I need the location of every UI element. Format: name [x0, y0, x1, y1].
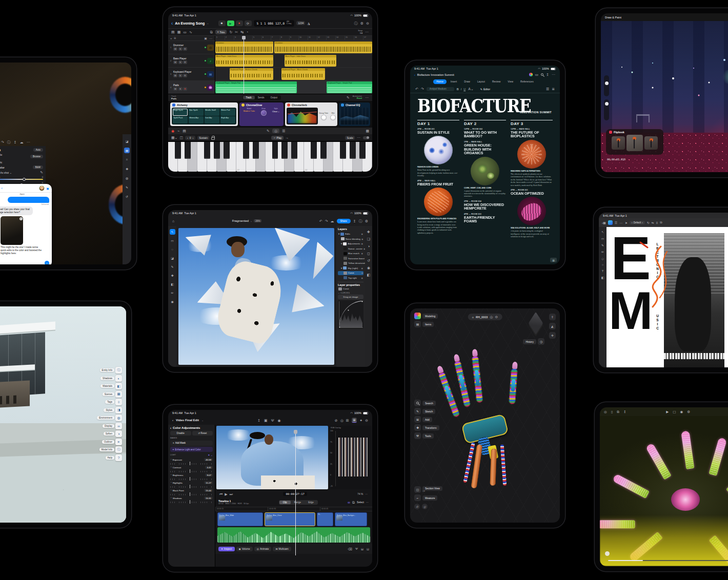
minimize-icon[interactable]: ⊖ — [366, 22, 369, 25]
photo-attachment[interactable] — [1, 216, 23, 245]
orient-icon[interactable]: ⇧ — [549, 314, 556, 320]
duplicate-icon[interactable]: ⧉ — [210, 30, 213, 34]
project-title[interactable]: Video Final Edit — [176, 419, 199, 422]
layer-row[interactable]: Noise blending◉ — [338, 237, 363, 241]
back-button[interactable]: ‹ — [171, 20, 173, 26]
isolate-toggle-icon[interactable]: ◎ — [422, 504, 428, 509]
inspector-button[interactable]: Materials ◧ — [100, 383, 122, 389]
count-in-button[interactable]: 1234 — [296, 21, 305, 25]
stop-button[interactable]: ■ — [218, 20, 226, 26]
undo-icon[interactable]: ↶ — [319, 219, 322, 223]
inspect-button[interactable]: ✦ Inspect — [218, 547, 235, 551]
inspector-button-icon[interactable]: ⓘ — [115, 367, 122, 374]
automation-pencil-icon[interactable]: ✎ — [347, 96, 350, 99]
move-tool[interactable]: ↖ — [601, 230, 604, 234]
document-title[interactable]: Biofacture Innovation Summit — [417, 73, 454, 76]
clone-icon[interactable]: ⧉ — [617, 410, 619, 414]
record-enable-button[interactable]: R — [183, 60, 187, 64]
midi-icon[interactable]: ⌁ — [177, 129, 179, 133]
project-title[interactable]: An Evening Song — [175, 22, 205, 25]
split-icon[interactable]: ⊟ — [361, 547, 363, 551]
region[interactable]: Keyboard Player - Simple Pad — [215, 81, 297, 93]
panel-back-icon[interactable]: ‹ — [170, 426, 171, 429]
inspector-button-icon[interactable]: ∞ — [115, 423, 122, 429]
inspector-button-icon[interactable]: ◨ — [115, 407, 122, 413]
frame-thumbnail[interactable] — [612, 136, 625, 150]
automation-mode[interactable]: Read — [357, 97, 362, 100]
dual-view-icon[interactable]: ⊞ — [346, 419, 349, 422]
brush-opacity-slider[interactable] — [604, 99, 609, 120]
piano-black-key[interactable] — [359, 142, 366, 159]
tools-button[interactable]: Tools — [422, 433, 434, 439]
mode-tab[interactable]: Edge — [305, 501, 317, 504]
record-button[interactable]: ● — [236, 20, 243, 26]
track-header-pads[interactable]: 4 Pads MSR ♒ — [168, 80, 215, 94]
inspector-button[interactable]: Model Info ⓘ — [99, 446, 122, 453]
inspector-button[interactable]: Tags ◊ — [105, 399, 122, 405]
illustration-canvas[interactable]: Flipbook 00:00:03.019 — [601, 21, 728, 172]
track-header-drummer[interactable]: 1 Drummer MSR ◎ — [168, 40, 215, 54]
font-selector[interactable]: Antipol Medium — [427, 87, 454, 91]
fill-tool[interactable]: ◧ — [601, 276, 604, 279]
inspector-button-icon[interactable]: ◍ — [115, 415, 122, 421]
mute-button[interactable]: M — [173, 87, 177, 91]
preset-cell[interactable]: Bright Arp — [220, 116, 235, 123]
volume-button[interactable]: ◉ Volume — [236, 547, 253, 551]
editors-view-icon[interactable]: ▦ — [177, 30, 181, 34]
sketch-icon[interactable]: ✎ — [414, 408, 421, 415]
record-icon[interactable]: ◎ — [604, 410, 607, 414]
split-keyboard-icon[interactable]: ◫ — [179, 136, 183, 139]
region[interactable]: Keyboard Player - Block Chords — [281, 68, 326, 80]
heal-icon[interactable]: ✚ — [124, 166, 130, 172]
temp-slider[interactable]: Temp0 — [0, 176, 43, 180]
visibility-icon[interactable]: ◉ — [367, 266, 370, 270]
piano-black-key[interactable] — [340, 142, 346, 159]
header-display-icon[interactable]: ▣ — [204, 36, 207, 40]
arrow-icon[interactable]: → — [285, 136, 289, 139]
lcd-display[interactable]: 5 1 1 086 127,0 4/4C maj — [254, 20, 295, 27]
style-value[interactable]: Clean ⌄ — [272, 110, 279, 113]
adjustments-icon[interactable]: ◑ — [368, 244, 370, 248]
disable-button[interactable]: Disable — [170, 431, 191, 436]
help-icon[interactable]: ⓘ — [359, 219, 362, 223]
share-icon[interactable]: ↥ — [546, 73, 549, 76]
disable-clip-icon[interactable]: ⊘ — [335, 419, 338, 422]
region[interactable]: Keyboard Player - Simple Pad — [327, 81, 372, 93]
preset-cell[interactable]: Epic Synth — [189, 109, 204, 116]
record-enable-button[interactable]: R — [183, 74, 187, 77]
append-icon[interactable]: ⊡ — [367, 547, 369, 551]
piano-black-key[interactable] — [185, 142, 191, 159]
preset-cell[interactable]: Minimal Arp — [189, 116, 204, 123]
fade-icon[interactable]: ↹ — [240, 30, 244, 34]
piano-black-key[interactable] — [281, 142, 288, 159]
auto-button[interactable]: Auto — [33, 148, 43, 152]
cursor-tool[interactable]: ➤ — [625, 221, 628, 224]
mask-icon[interactable]: ◧ — [367, 273, 371, 277]
inspector-button-icon[interactable]: ▦ — [115, 391, 122, 398]
ribbon-tab[interactable]: Draw — [461, 79, 473, 84]
piano-black-key[interactable] — [214, 142, 220, 159]
snap-icon[interactable]: ⧉ — [352, 501, 355, 504]
multicam-button[interactable]: ⊞ Multicam — [273, 547, 291, 551]
robotic-hand-model[interactable] — [430, 348, 540, 491]
play-button[interactable]: ▶ — [227, 20, 234, 26]
kb-more-icon[interactable]: ⋯ — [357, 136, 361, 139]
wave-view-icon[interactable]: ∿ — [189, 30, 192, 34]
faders-icon[interactable]: ☰ — [282, 129, 285, 133]
inspector-toggle-icon[interactable]: ▣ — [352, 418, 357, 423]
brush-tool[interactable]: ✎ — [170, 264, 175, 270]
layer-row[interactable]: ▾Sky (right)◉ — [338, 266, 363, 270]
track-header-bass[interactable]: 2 Bass Player MSR ♪ — [168, 54, 215, 67]
layer-row-selected[interactable]: Curve◉ — [338, 271, 363, 275]
inspector-button-icon[interactable]: ? — [115, 454, 122, 461]
plugin-chromaverb[interactable]: ChromaVerb Decay Time Wet — [285, 102, 337, 126]
draw-icon[interactable]: ◔ — [246, 30, 248, 34]
home-icon[interactable]: ⌂ — [472, 316, 474, 319]
present-icon[interactable]: ▭ — [535, 73, 539, 76]
piano-black-key[interactable] — [204, 142, 210, 159]
info-icon[interactable]: ⓘ — [7, 140, 11, 144]
layer-row[interactable]: ▾Adjustments◉ — [338, 242, 363, 246]
modeling-button[interactable]: Modeling — [422, 314, 438, 319]
metronome-icon[interactable]: ◮ — [307, 22, 310, 25]
layer-row[interactable]: ▾Edits◉ — [338, 232, 363, 236]
